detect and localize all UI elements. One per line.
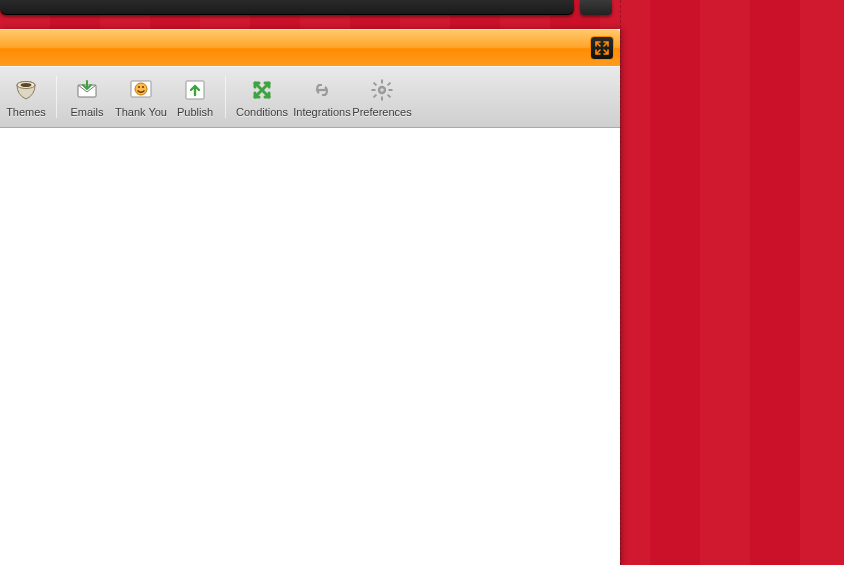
- svg-rect-16: [373, 93, 377, 97]
- integrations-button[interactable]: Integrations: [292, 68, 352, 126]
- toolbar: Themes Emails: [0, 66, 620, 128]
- top-dark-button[interactable]: [580, 0, 612, 15]
- themes-icon: [13, 77, 39, 103]
- svg-point-7: [142, 86, 144, 88]
- expand-button[interactable]: [590, 36, 614, 60]
- toolbar-separator: [225, 76, 226, 118]
- emails-icon: [74, 77, 100, 103]
- svg-point-6: [138, 86, 140, 88]
- themes-label: Themes: [6, 106, 46, 118]
- expand-icon: [594, 40, 610, 56]
- divider-dashed: [620, 0, 621, 565]
- integrations-label: Integrations: [293, 106, 350, 118]
- themes-button[interactable]: Themes: [2, 68, 50, 126]
- emails-label: Emails: [70, 106, 103, 118]
- toolbar-separator: [56, 76, 57, 118]
- svg-point-18: [380, 88, 384, 92]
- preferences-button[interactable]: Preferences: [352, 68, 412, 126]
- integrations-icon: [309, 77, 335, 103]
- preferences-label: Preferences: [352, 106, 411, 118]
- conditions-button[interactable]: Conditions: [232, 68, 292, 126]
- canvas-area[interactable]: [0, 128, 620, 565]
- publish-button[interactable]: Publish: [171, 68, 219, 126]
- titlebar: [0, 29, 620, 66]
- svg-point-2: [21, 83, 32, 87]
- conditions-icon: [249, 77, 275, 103]
- publish-label: Publish: [177, 106, 213, 118]
- svg-rect-17: [387, 93, 391, 97]
- publish-icon: [182, 77, 208, 103]
- svg-rect-11: [381, 96, 383, 100]
- svg-rect-15: [387, 81, 391, 85]
- top-dark-bar: [0, 0, 574, 15]
- thankyou-icon: [128, 77, 154, 103]
- preferences-icon: [369, 77, 395, 103]
- editor-panel: Themes Emails: [0, 29, 620, 565]
- thankyou-button[interactable]: Thank You: [111, 68, 171, 126]
- conditions-label: Conditions: [236, 106, 288, 118]
- svg-rect-12: [372, 89, 376, 91]
- svg-rect-14: [373, 81, 377, 85]
- svg-rect-10: [381, 79, 383, 83]
- svg-point-5: [135, 83, 147, 95]
- thankyou-label: Thank You: [115, 106, 167, 118]
- emails-button[interactable]: Emails: [63, 68, 111, 126]
- svg-rect-13: [389, 89, 393, 91]
